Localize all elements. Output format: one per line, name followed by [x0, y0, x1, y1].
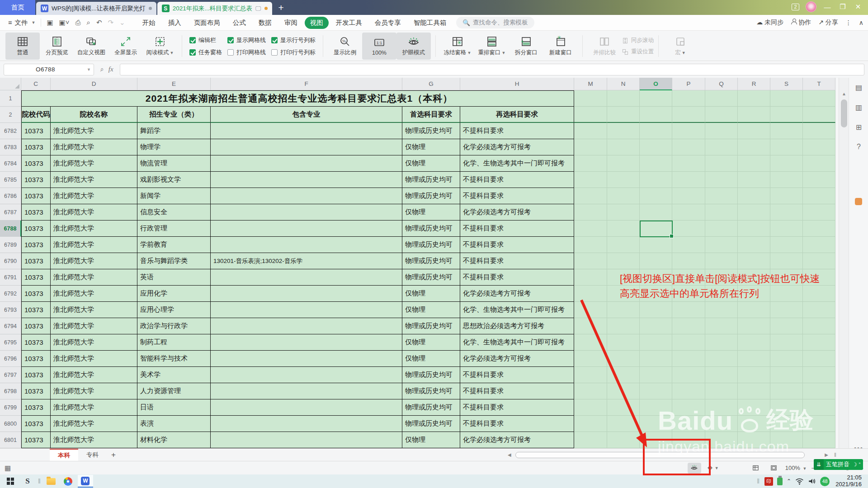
ribbon-button-freeze[interactable]: ✳冻结窗格▼: [440, 33, 475, 60]
cell-M[interactable]: [574, 221, 607, 237]
selection-stats-icon[interactable]: ▦: [5, 464, 11, 472]
file-menu[interactable]: ≡ 文件 ▼: [5, 19, 39, 27]
cell-T[interactable]: [803, 399, 835, 416]
cell-Q[interactable]: [705, 432, 738, 448]
cell-M[interactable]: [574, 383, 607, 399]
cell-school[interactable]: 淮北师范大学: [51, 221, 137, 237]
normal-view-button[interactable]: [749, 463, 763, 474]
cell-P[interactable]: [672, 221, 705, 237]
cell-code[interactable]: 10373: [21, 318, 51, 334]
cell-second-subject[interactable]: 化学必须选考方可报考: [460, 286, 574, 302]
app-s-icon[interactable]: S: [20, 475, 35, 488]
cell-O[interactable]: [640, 253, 672, 269]
cell-O[interactable]: [640, 237, 672, 253]
cell-T[interactable]: [803, 107, 835, 123]
fx-icon[interactable]: fx: [108, 66, 113, 73]
name-box[interactable]: O6788 ▼: [4, 64, 94, 75]
cell-R[interactable]: [738, 188, 770, 204]
cell-T[interactable]: [803, 221, 835, 237]
cell-P[interactable]: [672, 416, 705, 432]
reading-mode-toggle[interactable]: ▼: [706, 463, 719, 474]
cell-major[interactable]: 政治学与行政学: [137, 318, 211, 334]
zoom-formula-icon[interactable]: ⌕: [100, 66, 104, 73]
doc-tab-writer[interactable]: W WPS的[阅读模...让表格开启聚光灯: [36, 2, 156, 15]
cell-includes[interactable]: [211, 172, 402, 188]
select-all-corner[interactable]: [0, 78, 21, 90]
plugin-icon[interactable]: [855, 198, 862, 205]
cell-S[interactable]: [770, 155, 803, 172]
cell-first-subject[interactable]: 仅物理: [402, 302, 460, 318]
row-header-6798[interactable]: 6798: [0, 383, 21, 399]
cell-P[interactable]: [672, 253, 705, 269]
cell-includes[interactable]: [211, 155, 402, 172]
cell-P[interactable]: [672, 367, 705, 383]
wifi-icon[interactable]: [795, 478, 804, 485]
cell-O[interactable]: [640, 318, 672, 334]
column-header-H[interactable]: H: [460, 78, 574, 90]
cell-first-subject[interactable]: 物理或历史均可: [402, 269, 460, 286]
cell-major[interactable]: 制药工程: [137, 334, 211, 351]
cell-first-subject[interactable]: 仅物理: [402, 204, 460, 221]
formula-input[interactable]: [120, 64, 864, 75]
cell-M[interactable]: [574, 334, 607, 351]
eye-protection-toggle[interactable]: [688, 463, 701, 474]
row-header-6785[interactable]: 6785: [0, 172, 21, 188]
cell-R[interactable]: [738, 334, 770, 351]
cell-Q[interactable]: [705, 318, 738, 334]
cell-school[interactable]: 淮北师范大学: [51, 139, 137, 155]
cell-T[interactable]: [803, 123, 835, 139]
cell-second-subject[interactable]: 不提科目要求: [460, 188, 574, 204]
help-icon[interactable]: ?: [849, 143, 868, 151]
cell-O[interactable]: [640, 90, 672, 107]
cell-P[interactable]: [672, 204, 705, 221]
cell-school[interactable]: 淮北师范大学: [51, 172, 137, 188]
cell-school[interactable]: 淮北师范大学: [51, 302, 137, 318]
cell-major[interactable]: 材料化学: [137, 432, 211, 448]
cell-includes[interactable]: [211, 123, 402, 139]
cell-second-subject[interactable]: 不提科目要求: [460, 399, 574, 416]
cell-major[interactable]: 行政管理: [137, 221, 211, 237]
cell-T[interactable]: [803, 302, 835, 318]
row-header-6800[interactable]: 6800: [0, 416, 21, 432]
cell-T[interactable]: [803, 139, 835, 155]
cell-O[interactable]: [640, 139, 672, 155]
cell-second-subject[interactable]: 化学必须选考方可报考: [460, 204, 574, 221]
cell-S[interactable]: [770, 351, 803, 367]
cell-second-subject[interactable]: 化学、生物选考其中一门即可报考: [460, 302, 574, 318]
cell-first-subject[interactable]: 物理或历史均可: [402, 123, 460, 139]
cell-first-subject[interactable]: 物理或历史均可: [402, 188, 460, 204]
cell-code[interactable]: 10373: [21, 383, 51, 399]
cell-includes[interactable]: [211, 432, 402, 448]
cell-school[interactable]: 淮北师范大学: [51, 318, 137, 334]
chrome-icon[interactable]: [61, 475, 76, 488]
cell-T[interactable]: [803, 172, 835, 188]
checkbox-icon[interactable]: [271, 49, 278, 56]
ribbon-button-fullscreen[interactable]: 全屏显示: [108, 33, 143, 60]
cell-code[interactable]: 10373: [21, 123, 51, 139]
cell-N[interactable]: [607, 155, 640, 172]
cell-Q[interactable]: [705, 237, 738, 253]
cell-R[interactable]: [738, 155, 770, 172]
edit-tool-icon[interactable]: ▤: [849, 83, 868, 92]
cell-T[interactable]: [803, 367, 835, 383]
row-header-6791[interactable]: 6791: [0, 269, 21, 286]
undo-icon[interactable]: ↶: [96, 19, 102, 27]
doc-tab-spreadsheet-active[interactable]: S 2021年拟来...科目要求汇总表 🖵: [157, 2, 272, 15]
cell-R[interactable]: [738, 367, 770, 383]
cell-second-subject[interactable]: 不提科目要求: [460, 269, 574, 286]
menu-tab-6[interactable]: 审阅: [279, 17, 303, 29]
cell-N[interactable]: [607, 90, 640, 107]
cell-includes[interactable]: [211, 286, 402, 302]
cell-T[interactable]: [803, 253, 835, 269]
cell-P[interactable]: [672, 123, 705, 139]
cell-Q[interactable]: [705, 302, 738, 318]
cell-R[interactable]: [738, 383, 770, 399]
cell-first-subject[interactable]: 仅物理: [402, 155, 460, 172]
cell-R[interactable]: [738, 107, 770, 123]
cell-S[interactable]: [770, 107, 803, 123]
ime-halfwidth-icon[interactable]: ☽: [852, 461, 857, 468]
cell-M[interactable]: [574, 172, 607, 188]
cell-includes[interactable]: [211, 334, 402, 351]
cell-school[interactable]: 淮北师范大学: [51, 155, 137, 172]
cell-Q[interactable]: [705, 416, 738, 432]
